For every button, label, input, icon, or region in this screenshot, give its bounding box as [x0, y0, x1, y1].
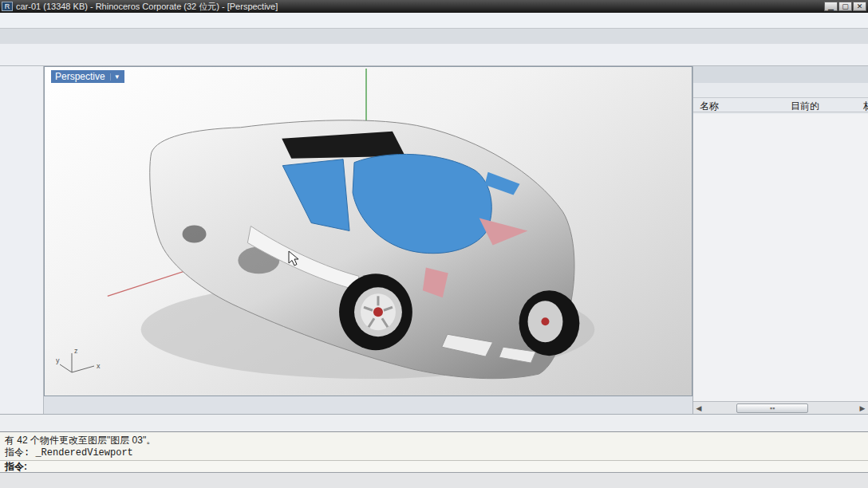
scrollbar-thumb[interactable]: ▪▪: [736, 403, 808, 413]
close-button[interactable]: ✕: [853, 2, 866, 11]
panel-tabs: [693, 66, 868, 83]
command-history: 有 42 个物件更改至图层"图层 03"。 指令: _RenderedViewp…: [0, 431, 868, 460]
standard-toolbar: [0, 44, 868, 66]
layer-list: [693, 114, 868, 401]
toolbar-tab-strip: [0, 29, 868, 44]
rear-left-wheel: [183, 226, 207, 243]
right-dock-panel: 名称 目前的 材 ◀ ▪▪ ▶: [692, 66, 868, 414]
gizmo-x-label: x: [97, 362, 101, 370]
osnap-bar: [0, 414, 868, 431]
gizmo-y-label: y: [56, 356, 60, 364]
mouse-cursor: [288, 250, 299, 266]
title-bar: R car-01 (13348 KB) - Rhinoceros Corpora…: [0, 0, 868, 13]
gizmo-z-label: z: [74, 347, 78, 355]
menu-bar: [0, 13, 868, 29]
maximize-button[interactable]: ▢: [838, 2, 852, 11]
main-tool-palette: [0, 66, 44, 414]
scroll-right-icon[interactable]: ▶: [857, 404, 868, 412]
column-name-header[interactable]: 名称: [700, 100, 719, 113]
viewport-title-menu[interactable]: Perspective ▼: [51, 70, 124, 83]
viewport-title: Perspective: [55, 71, 105, 82]
perspective-viewport[interactable]: Perspective ▼: [44, 66, 692, 396]
command-prompt-input[interactable]: 指令:: [0, 460, 868, 472]
column-current-header[interactable]: 目前的: [791, 100, 819, 113]
command-history-line: 有 42 个物件更改至图层"图层 03"。: [5, 434, 863, 447]
scroll-left-icon[interactable]: ◀: [693, 404, 704, 412]
chevron-down-icon[interactable]: ▼: [110, 73, 120, 81]
status-bar: [0, 472, 868, 488]
rear-hub-cap: [541, 317, 549, 325]
cplane-axis-gizmo: z x y: [56, 345, 104, 381]
window-title: car-01 (13348 KB) - Rhinoceros Corporate…: [16, 1, 823, 13]
column-material-header[interactable]: 材: [863, 100, 868, 113]
front-left-wheel: [339, 274, 412, 350]
command-history-line: 指令: _RenderedViewport: [5, 447, 863, 459]
minimize-button[interactable]: ▁: [824, 2, 838, 11]
rhino-logo-icon: R: [2, 2, 13, 11]
layer-list-header: 名称 目前的 材: [693, 98, 868, 112]
car-3d-model[interactable]: [45, 67, 692, 396]
layer-panel-toolbar: [693, 83, 868, 98]
layer-horizontal-scrollbar[interactable]: ◀ ▪▪ ▶: [693, 401, 868, 414]
viewport-tab-bar: [44, 396, 692, 414]
rhino-application-window: R car-01 (13348 KB) - Rhinoceros Corpora…: [0, 0, 868, 488]
